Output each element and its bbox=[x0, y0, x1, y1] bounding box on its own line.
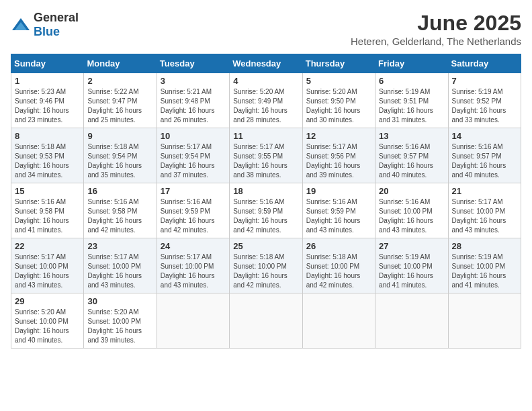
calendar-week-row: 1Sunrise: 5:23 AMSunset: 9:46 PMDaylight… bbox=[11, 73, 521, 128]
day-number: 26 bbox=[306, 241, 371, 251]
calendar-day-cell: 30Sunrise: 5:20 AMSunset: 10:00 PMDaylig… bbox=[84, 293, 157, 349]
day-info: Sunrise: 5:20 AMSunset: 9:50 PMDaylight:… bbox=[306, 88, 361, 124]
day-number: 14 bbox=[452, 131, 517, 141]
day-info: Sunrise: 5:20 AMSunset: 10:00 PMDaylight… bbox=[87, 308, 142, 344]
calendar-day-cell: 3Sunrise: 5:21 AMSunset: 9:48 PMDaylight… bbox=[157, 73, 229, 128]
day-number: 6 bbox=[379, 76, 444, 86]
day-info: Sunrise: 5:17 AMSunset: 10:00 PMDaylight… bbox=[452, 198, 506, 234]
day-number: 3 bbox=[161, 76, 226, 86]
calendar-day-cell: 1Sunrise: 5:23 AMSunset: 9:46 PMDaylight… bbox=[11, 73, 84, 128]
day-info: Sunrise: 5:17 AMSunset: 10:00 PMDaylight… bbox=[161, 253, 215, 289]
calendar-day-cell: 13Sunrise: 5:16 AMSunset: 9:57 PMDayligh… bbox=[375, 128, 448, 183]
day-number: 15 bbox=[15, 186, 80, 196]
calendar-day-cell: 26Sunrise: 5:18 AMSunset: 10:00 PMDaylig… bbox=[302, 238, 375, 293]
calendar-empty-cell bbox=[230, 293, 302, 349]
day-info: Sunrise: 5:16 AMSunset: 9:59 PMDaylight:… bbox=[161, 198, 215, 234]
logo-icon bbox=[11, 17, 31, 33]
day-info: Sunrise: 5:16 AMSunset: 9:57 PMDaylight:… bbox=[379, 143, 433, 179]
day-info: Sunrise: 5:21 AMSunset: 9:48 PMDaylight:… bbox=[161, 88, 215, 124]
day-number: 30 bbox=[87, 296, 152, 306]
day-number: 19 bbox=[306, 186, 371, 196]
col-thursday: Thursday bbox=[302, 54, 375, 73]
calendar-day-cell: 8Sunrise: 5:18 AMSunset: 9:53 PMDaylight… bbox=[11, 128, 84, 183]
col-monday: Monday bbox=[84, 54, 157, 73]
calendar-day-cell: 12Sunrise: 5:17 AMSunset: 9:56 PMDayligh… bbox=[302, 128, 375, 183]
calendar-day-cell: 24Sunrise: 5:17 AMSunset: 10:00 PMDaylig… bbox=[157, 238, 229, 293]
calendar-day-cell: 2Sunrise: 5:22 AMSunset: 9:47 PMDaylight… bbox=[84, 73, 157, 128]
calendar-day-cell: 20Sunrise: 5:16 AMSunset: 10:00 PMDaylig… bbox=[375, 183, 448, 238]
calendar-day-cell: 23Sunrise: 5:17 AMSunset: 10:00 PMDaylig… bbox=[84, 238, 157, 293]
day-info: Sunrise: 5:20 AMSunset: 10:00 PMDaylight… bbox=[15, 308, 69, 344]
day-number: 11 bbox=[233, 131, 298, 141]
calendar-day-cell: 28Sunrise: 5:19 AMSunset: 10:00 PMDaylig… bbox=[448, 238, 521, 293]
day-info: Sunrise: 5:22 AMSunset: 9:47 PMDaylight:… bbox=[87, 88, 142, 124]
day-number: 2 bbox=[87, 76, 152, 86]
day-number: 25 bbox=[233, 241, 298, 251]
calendar-week-row: 8Sunrise: 5:18 AMSunset: 9:53 PMDaylight… bbox=[11, 128, 521, 183]
day-info: Sunrise: 5:19 AMSunset: 10:00 PMDaylight… bbox=[379, 253, 433, 289]
day-number: 16 bbox=[87, 186, 152, 196]
day-info: Sunrise: 5:19 AMSunset: 9:51 PMDaylight:… bbox=[379, 88, 433, 124]
day-info: Sunrise: 5:19 AMSunset: 9:52 PMDaylight:… bbox=[452, 88, 506, 124]
col-wednesday: Wednesday bbox=[230, 54, 302, 73]
day-info: Sunrise: 5:16 AMSunset: 9:59 PMDaylight:… bbox=[233, 198, 287, 234]
calendar-week-row: 22Sunrise: 5:17 AMSunset: 10:00 PMDaylig… bbox=[11, 238, 521, 293]
calendar-empty-cell bbox=[157, 293, 229, 349]
calendar-day-cell: 22Sunrise: 5:17 AMSunset: 10:00 PMDaylig… bbox=[11, 238, 84, 293]
calendar-day-cell: 16Sunrise: 5:16 AMSunset: 9:58 PMDayligh… bbox=[84, 183, 157, 238]
day-number: 23 bbox=[87, 241, 152, 251]
logo-general: General bbox=[34, 11, 79, 24]
day-number: 27 bbox=[379, 241, 444, 251]
calendar-day-cell: 21Sunrise: 5:17 AMSunset: 10:00 PMDaylig… bbox=[448, 183, 521, 238]
calendar-day-cell: 25Sunrise: 5:18 AMSunset: 10:00 PMDaylig… bbox=[230, 238, 302, 293]
logo-blue: Blue bbox=[34, 25, 60, 38]
calendar-week-row: 15Sunrise: 5:16 AMSunset: 9:58 PMDayligh… bbox=[11, 183, 521, 238]
calendar-day-cell: 29Sunrise: 5:20 AMSunset: 10:00 PMDaylig… bbox=[11, 293, 84, 349]
day-number: 8 bbox=[15, 131, 80, 141]
day-number: 22 bbox=[15, 241, 80, 251]
calendar-empty-cell bbox=[375, 293, 448, 349]
day-number: 5 bbox=[306, 76, 371, 86]
day-info: Sunrise: 5:20 AMSunset: 9:49 PMDaylight:… bbox=[233, 88, 287, 124]
calendar-day-cell: 19Sunrise: 5:16 AMSunset: 9:59 PMDayligh… bbox=[302, 183, 375, 238]
day-info: Sunrise: 5:17 AMSunset: 9:54 PMDaylight:… bbox=[161, 143, 215, 179]
calendar-day-cell: 18Sunrise: 5:16 AMSunset: 9:59 PMDayligh… bbox=[230, 183, 302, 238]
day-number: 1 bbox=[15, 76, 80, 86]
day-number: 20 bbox=[379, 186, 444, 196]
day-info: Sunrise: 5:16 AMSunset: 10:00 PMDaylight… bbox=[379, 198, 433, 234]
day-info: Sunrise: 5:19 AMSunset: 10:00 PMDaylight… bbox=[452, 253, 506, 289]
calendar-header-row: Sunday Monday Tuesday Wednesday Thursday… bbox=[11, 54, 521, 73]
calendar-day-cell: 7Sunrise: 5:19 AMSunset: 9:52 PMDaylight… bbox=[448, 73, 521, 128]
col-tuesday: Tuesday bbox=[157, 54, 229, 73]
day-info: Sunrise: 5:23 AMSunset: 9:46 PMDaylight:… bbox=[15, 88, 69, 124]
calendar-day-cell: 11Sunrise: 5:17 AMSunset: 9:55 PMDayligh… bbox=[230, 128, 302, 183]
calendar-day-cell: 27Sunrise: 5:19 AMSunset: 10:00 PMDaylig… bbox=[375, 238, 448, 293]
day-number: 24 bbox=[161, 241, 226, 251]
calendar-empty-cell bbox=[302, 293, 375, 349]
calendar-day-cell: 17Sunrise: 5:16 AMSunset: 9:59 PMDayligh… bbox=[157, 183, 229, 238]
calendar-empty-cell bbox=[448, 293, 521, 349]
day-info: Sunrise: 5:16 AMSunset: 9:58 PMDaylight:… bbox=[15, 198, 69, 234]
calendar-day-cell: 6Sunrise: 5:19 AMSunset: 9:51 PMDaylight… bbox=[375, 73, 448, 128]
logo: General Blue bbox=[11, 11, 79, 39]
day-info: Sunrise: 5:18 AMSunset: 10:00 PMDaylight… bbox=[306, 253, 361, 289]
day-info: Sunrise: 5:17 AMSunset: 10:00 PMDaylight… bbox=[15, 253, 69, 289]
calendar-day-cell: 4Sunrise: 5:20 AMSunset: 9:49 PMDaylight… bbox=[230, 73, 302, 128]
day-number: 9 bbox=[87, 131, 152, 141]
day-info: Sunrise: 5:17 AMSunset: 10:00 PMDaylight… bbox=[87, 253, 142, 289]
day-number: 13 bbox=[379, 131, 444, 141]
calendar-table: Sunday Monday Tuesday Wednesday Thursday… bbox=[11, 54, 521, 349]
day-number: 10 bbox=[161, 131, 226, 141]
day-number: 18 bbox=[233, 186, 298, 196]
day-info: Sunrise: 5:18 AMSunset: 10:00 PMDaylight… bbox=[233, 253, 287, 289]
col-saturday: Saturday bbox=[448, 54, 521, 73]
location-title: Heteren, Gelderland, The Netherlands bbox=[351, 36, 521, 47]
day-info: Sunrise: 5:16 AMSunset: 9:59 PMDaylight:… bbox=[306, 198, 361, 234]
day-number: 21 bbox=[452, 186, 517, 196]
calendar-week-row: 29Sunrise: 5:20 AMSunset: 10:00 PMDaylig… bbox=[11, 293, 521, 349]
logo-text: General Blue bbox=[34, 11, 79, 39]
col-friday: Friday bbox=[375, 54, 448, 73]
calendar-day-cell: 15Sunrise: 5:16 AMSunset: 9:58 PMDayligh… bbox=[11, 183, 84, 238]
day-number: 28 bbox=[452, 241, 517, 251]
calendar-day-cell: 5Sunrise: 5:20 AMSunset: 9:50 PMDaylight… bbox=[302, 73, 375, 128]
